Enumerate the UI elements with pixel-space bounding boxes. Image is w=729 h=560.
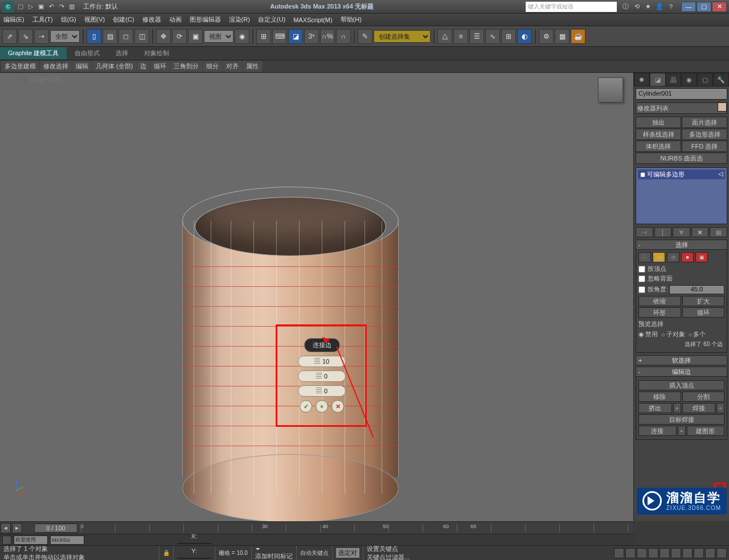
curve-editor-icon[interactable]: ∿ [485, 29, 500, 44]
goto-end-icon[interactable] [660, 548, 670, 558]
preview-multi-radio[interactable]: ○ 多个 [689, 330, 706, 339]
align-icon[interactable]: ≡ [453, 29, 468, 44]
preview-subobj-radio[interactable]: ○ 子对象 [661, 330, 685, 339]
maxscript-mini[interactable]: MAXSci [50, 536, 84, 545]
menu-views[interactable]: 视图(V) [84, 15, 105, 24]
bind-icon[interactable]: ⇢ [34, 29, 49, 44]
panel-geoall[interactable]: 几何体 (全部) [92, 61, 136, 72]
menu-help[interactable]: 帮助(H) [341, 15, 362, 24]
render-icon[interactable]: ☕ [571, 29, 585, 44]
edit-named-sel-icon[interactable]: ✎ [358, 29, 372, 44]
selected-set-dropdown[interactable]: 选定对 [336, 548, 359, 558]
btn-patchsel[interactable]: 面片选择 [682, 117, 727, 128]
grow-button[interactable]: 扩大 [682, 296, 725, 306]
pivot-icon[interactable]: ◉ [235, 29, 249, 44]
object-name-field[interactable]: Cylinder001 [636, 88, 727, 100]
extrude-button[interactable]: 挤出 [638, 403, 672, 413]
setkey-button[interactable]: 设置关键点 [367, 545, 409, 553]
named-selection-set[interactable]: 创建选择集 [374, 30, 431, 43]
layers-icon[interactable]: ☰ [469, 29, 484, 44]
tab-modify-icon[interactable]: ◪ [650, 73, 666, 87]
tab-selection[interactable]: 选择 [108, 47, 136, 59]
search-input[interactable]: 键入关键字或短语 [526, 2, 617, 12]
rollout-editedge-header[interactable]: -编辑边 [636, 367, 727, 377]
subobj-border-icon[interactable]: ◇ [667, 252, 679, 262]
panel-props[interactable]: 属性 [243, 61, 262, 72]
angle-value-spinner[interactable]: 45.0 [669, 285, 724, 294]
menu-customize[interactable]: 自定义(U) [258, 15, 285, 24]
exchange-icon[interactable]: ⟲ [632, 2, 642, 12]
connect-settings-icon[interactable]: ▫ [678, 426, 686, 436]
menu-maxscript[interactable]: MAXScript(M) [293, 17, 332, 23]
viewcube-icon[interactable] [598, 77, 623, 102]
keyfilter-button[interactable]: 关键点过滤器... [367, 553, 409, 561]
panel-tri[interactable]: 三角剖分 [170, 61, 202, 72]
weld-settings-icon[interactable]: ▫ [716, 403, 724, 413]
open-icon[interactable]: ▷ [26, 2, 35, 11]
trackbar-toggle-icon[interactable] [2, 536, 11, 545]
rotate-icon[interactable]: ⟳ [172, 29, 187, 44]
menu-edit[interactable]: 编辑(E) [3, 15, 24, 24]
percent-snap-icon[interactable]: ∩% [320, 29, 335, 44]
btn-ffdsel[interactable]: FFD 选择 [682, 141, 727, 152]
tab-motion-icon[interactable]: ◉ [681, 73, 697, 87]
play-icon[interactable] [637, 548, 647, 558]
goto-start-icon[interactable] [614, 548, 624, 558]
render-setup-icon[interactable]: ⚙ [539, 29, 554, 44]
time-ruler[interactable]: 0 30 40 50 60 65 [81, 524, 630, 532]
caddy-slide-spinner[interactable]: 0 [298, 385, 346, 397]
time-slider-handle[interactable]: 0 / 100 [34, 524, 77, 533]
menu-create[interactable]: 创建(C) [113, 15, 134, 24]
panel-edit[interactable]: 编辑 [72, 61, 92, 72]
panel-align[interactable]: 对齐 [223, 61, 242, 72]
menu-rendering[interactable]: 渲染(R) [229, 15, 250, 24]
menu-modifiers[interactable]: 修改器 [142, 15, 161, 24]
caddy-segments-spinner[interactable]: 10 [298, 356, 346, 367]
info-icon[interactable]: ⓘ [620, 2, 630, 12]
autokey-button[interactable]: 自动关键点 [297, 546, 333, 560]
show-end-icon[interactable]: │ [654, 227, 672, 237]
caddy-apply-button[interactable]: + [316, 400, 328, 413]
rollout-softsel-header[interactable]: +软选择 [636, 355, 727, 365]
workspace-label[interactable]: 工作台: 默认 [83, 2, 118, 11]
insert-vertex-button[interactable]: 插入顶点 [638, 380, 724, 390]
menu-tools[interactable]: 工具(T) [32, 15, 53, 24]
config-icon[interactable]: ▤ [710, 227, 727, 237]
spinner-snap-icon[interactable]: ∩ [336, 29, 351, 44]
select-rect-icon[interactable]: ◻ [118, 29, 133, 44]
redo-icon[interactable]: ↷ [57, 2, 66, 11]
unique-icon[interactable]: ∀ [673, 227, 690, 237]
remove-mod-icon[interactable]: ✖ [691, 227, 709, 237]
tab-objectpaint[interactable]: 对象绘制 [136, 47, 177, 59]
x-field[interactable] [177, 543, 211, 544]
caddy-cancel-button[interactable]: ✕ [331, 400, 344, 413]
tab-display-icon[interactable]: ▢ [697, 73, 713, 87]
menu-grapheditors[interactable]: 图形编辑器 [190, 15, 221, 24]
time-slider[interactable]: ◂ ▸ 0 / 100 0 30 40 50 60 65 [0, 521, 633, 534]
workspace-icon[interactable]: ▥ [67, 2, 76, 11]
btn-polysel[interactable]: 多边形选择 [682, 129, 727, 140]
connect-button[interactable]: 连接 [638, 426, 677, 436]
btn-extract[interactable]: 抽出 [636, 117, 681, 128]
panel-edges[interactable]: 边 [137, 61, 150, 72]
remove-button[interactable]: 移除 [638, 392, 681, 402]
tab-utilities-icon[interactable]: 🔧 [713, 73, 729, 87]
caddy-pinch-spinner[interactable]: 0 [298, 370, 346, 382]
scale-icon[interactable]: ▣ [188, 29, 203, 44]
panel-subdiv[interactable]: 细分 [203, 61, 222, 72]
viewport-perspective[interactable]: [+] [正交] [真实+边面] 连接边 1 [0, 73, 633, 521]
by-angle-checkbox[interactable]: 按角度: [638, 285, 668, 294]
keyboard-icon[interactable]: ⌨ [272, 29, 287, 44]
window-crossing-icon[interactable]: ◫ [134, 29, 149, 44]
signin-icon[interactable]: 👤 [654, 2, 665, 12]
time-next-icon[interactable]: ▸ [12, 523, 22, 533]
mirror-icon[interactable]: ⧋ [437, 29, 452, 44]
select-name-icon[interactable]: ▤ [103, 29, 117, 44]
caddy-ok-button[interactable]: ✓ [300, 400, 312, 413]
save-icon[interactable]: ▣ [36, 2, 46, 11]
ring-button[interactable]: 环形 [638, 307, 681, 318]
subobj-element-icon[interactable]: ▣ [695, 252, 708, 262]
split-button[interactable]: 分割 [682, 392, 725, 402]
tab-create-icon[interactable]: ✺ [634, 73, 650, 87]
render-frame-icon[interactable]: ▦ [555, 29, 570, 44]
